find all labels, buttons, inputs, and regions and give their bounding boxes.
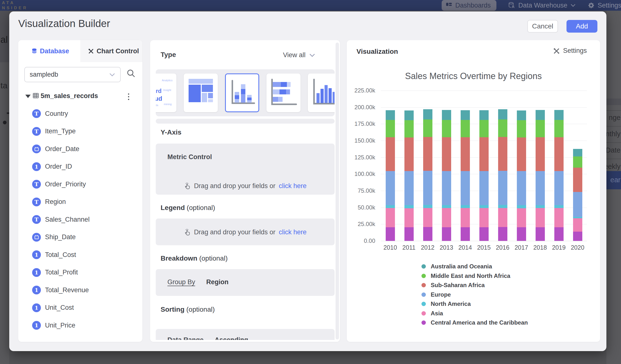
bar-segment-2011 <box>404 120 414 138</box>
field-label: Sales_Channel <box>45 216 89 223</box>
vertical-scrollbar[interactable] <box>336 43 339 339</box>
search-icon[interactable] <box>126 68 136 78</box>
nav-tab-settings[interactable]: Settings <box>587 0 621 11</box>
legend-click-here-link[interactable]: click here <box>279 228 307 236</box>
legend-item[interactable]: Europe <box>421 291 451 298</box>
bar-segment-2014 <box>461 171 470 205</box>
chart-type-treemap[interactable] <box>184 73 218 112</box>
metric-click-here-link[interactable]: click here <box>279 182 307 190</box>
chart-type-word-cloud[interactable]: Word Cloud iness Analytics Insight BigDa… <box>156 73 176 112</box>
bar-segment-2016 <box>498 227 507 241</box>
bar-segment-2016 <box>498 171 507 205</box>
field-item-order_id[interactable]: 1Order_ID <box>18 159 142 174</box>
y-axis-tick-label: 75.00k <box>347 187 375 194</box>
bar-segment-2018 <box>535 137 545 171</box>
legend-item[interactable]: North America <box>421 300 471 308</box>
database-panel-tabs: Database Chart Control <box>18 40 142 62</box>
field-label: Total_Cost <box>45 251 76 259</box>
field-item-total_profit[interactable]: 1Total_Profit <box>18 265 142 280</box>
bar-segment-2018 <box>535 110 545 120</box>
field-item-total_revenue[interactable]: 1Total_Revenue <box>18 283 142 297</box>
bar-segment-2018 <box>535 120 545 137</box>
field-item-order_date[interactable]: Order_Date <box>18 142 142 156</box>
tab-database[interactable]: Database <box>18 40 80 62</box>
legend-item[interactable]: Australia and Oceania <box>421 263 492 270</box>
bar-segment-2010 <box>386 137 395 171</box>
bar-segment-2014 <box>461 137 470 171</box>
field-label: Total_Revenue <box>45 286 89 294</box>
legend-item[interactable]: Central America and the Caribbean <box>421 319 528 326</box>
nav-tab-data-warehouse[interactable]: Data Warehouse <box>508 0 576 11</box>
field-item-region[interactable]: TRegion <box>18 195 142 209</box>
metric-control-dropzone[interactable]: Metric Control Drag and drop your fields… <box>156 144 335 195</box>
bg-menu-item-selected: ear <box>606 171 621 189</box>
number-field-icon: 1 <box>32 321 41 330</box>
legend-item[interactable]: Sub-Saharan Africa <box>421 281 485 289</box>
field-label: Order_ID <box>45 163 72 170</box>
tab-database-label: Database <box>40 48 69 55</box>
database-icon <box>31 48 37 54</box>
legend-label: Australia and Oceania <box>431 263 492 270</box>
nav-tab-data-warehouse-label: Data Warehouse <box>518 2 568 9</box>
legend-dropzone[interactable]: Drag and drop your fields or click here <box>156 219 335 245</box>
chart-builder-panel: Type View all Word Cloud iness Analytics… <box>150 40 340 342</box>
settings-button[interactable]: Settings <box>553 47 587 54</box>
tap-hand-icon <box>184 182 190 190</box>
drop-hint-text: Drag and drop your fields or <box>194 182 276 190</box>
bar-segment-2016 <box>498 109 507 119</box>
field-item-unit_cost[interactable]: 1Unit_Cost <box>18 300 142 315</box>
bar-segment-2015 <box>479 120 489 137</box>
kebab-menu-icon[interactable] <box>125 92 132 101</box>
x-axis-tick-label: 2014 <box>456 244 475 251</box>
field-item-item_type[interactable]: TItem_Type <box>18 124 142 139</box>
scroll-clip <box>150 340 340 342</box>
chart-type-stacked-column-selected[interactable] <box>225 73 259 112</box>
tab-chart-control[interactable]: Chart Control <box>80 40 142 62</box>
bar-segment-2016 <box>498 120 507 137</box>
chart-type-stacked-bar[interactable] <box>266 73 301 112</box>
field-label: Unit_Price <box>45 322 75 329</box>
database-select[interactable]: sampledb <box>24 67 121 82</box>
view-all-label: View all <box>283 51 306 59</box>
chart-title: Sales Metrics Overtime by Regions <box>347 71 600 81</box>
breakdown-dropzone[interactable]: Group By Region <box>156 269 335 296</box>
y-axis-tick-label: 125.00k <box>347 154 375 161</box>
bar-segment-2010 <box>386 208 395 227</box>
field-item-ship_date[interactable]: Ship_Date <box>18 230 142 244</box>
bar-segment-2015 <box>479 137 489 171</box>
legend-item[interactable]: Middle East and North Africa <box>421 272 510 279</box>
field-item-total_cost[interactable]: 1Total_Cost <box>18 247 142 262</box>
field-item-sales_channel[interactable]: TSales_Channel <box>18 212 142 227</box>
screen: ATANSIDER Dashboards Data Warehouse <box>0 0 621 364</box>
cancel-button[interactable]: Cancel <box>527 20 558 33</box>
bar-segment-2017 <box>517 227 526 241</box>
modal-title: Visualization Builder <box>18 18 110 29</box>
view-all-dropdown[interactable]: View all <box>283 51 315 59</box>
bar-segment-2019 <box>554 137 564 171</box>
y-axis-tick-label: 175.00k <box>347 120 375 127</box>
bar-segment-2010 <box>386 227 395 241</box>
breakdown-heading: Breakdown (optional) <box>161 255 227 262</box>
text-field-icon: T <box>32 127 41 136</box>
bg-menu-item-fragment: k Date <box>606 146 621 154</box>
add-button[interactable]: Add <box>567 20 597 33</box>
number-field-icon: 1 <box>32 303 41 312</box>
bar-segment-2013 <box>442 205 451 208</box>
date-field-icon <box>32 144 41 153</box>
bar-segment-2017 <box>517 208 526 227</box>
field-item-order_priority[interactable]: TOrder_Priority <box>18 177 142 191</box>
group-by-value[interactable]: Region <box>206 278 229 286</box>
field-item-unit_price[interactable]: 1Unit_Price <box>18 318 142 333</box>
group-by-label[interactable]: Group By <box>167 278 195 286</box>
y-axis-tick-label: 225.00k <box>347 87 375 94</box>
x-axis-tick-label: 2010 <box>381 244 399 251</box>
field-item-country[interactable]: TCountry <box>18 106 142 121</box>
bar-segment-2020 <box>573 232 582 241</box>
horizontal-scrollbar[interactable] <box>156 119 335 124</box>
table-tree-item[interactable]: 5m_sales_records <box>18 92 142 102</box>
caret-down-icon[interactable] <box>25 95 31 98</box>
legend-item[interactable]: Asia <box>421 310 443 317</box>
nav-tab-dashboards[interactable]: Dashboards <box>442 0 496 11</box>
legend-dot-icon <box>421 311 426 316</box>
chart-type-column[interactable] <box>308 73 335 112</box>
